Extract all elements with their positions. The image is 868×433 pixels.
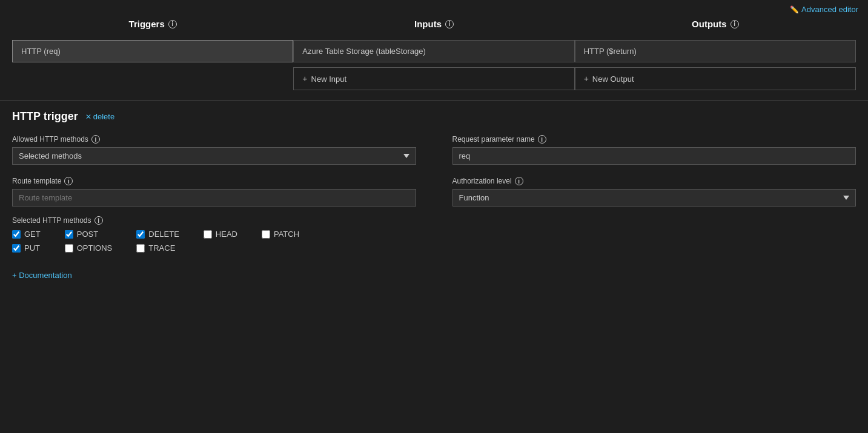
route-template-label: Route template i [12,177,416,185]
detail-section: HTTP trigger ✕ delete Allowed HTTP metho… [0,110,868,280]
outputs-info-icon[interactable]: i [731,20,739,28]
method-delete[interactable]: DELETE [136,230,179,239]
method-patch-label: PATCH [274,230,299,239]
input-table-storage[interactable]: Azure Table Storage (tableStorage) [293,40,574,62]
method-patch[interactable]: PATCH [262,230,299,239]
new-output-button[interactable]: + New Output [575,67,856,90]
auth-level-select[interactable]: Anonymous Function Admin [452,189,856,207]
inputs-column: Inputs i Azure Table Storage (tableStora… [293,19,574,90]
documentation-label: + Documentation [12,271,72,280]
triggers-header: Triggers i [12,19,293,29]
method-put-checkbox[interactable] [12,244,21,253]
request-param-info-icon[interactable]: i [538,135,546,144]
detail-title: HTTP trigger [12,110,78,123]
auth-level-group: Authorization level i Anonymous Function… [452,177,856,207]
form-grid: Allowed HTTP methods i Selected methods … [12,135,856,207]
delete-x-icon: ✕ [85,113,91,121]
triggers-column: Triggers i HTTP (req) [12,19,293,90]
method-put[interactable]: PUT [12,243,41,253]
route-template-info-icon[interactable]: i [64,177,73,185]
methods-grid: GET POST DELETE HEAD PATCH PUT [12,230,299,253]
route-template-label-text: Route template [12,177,61,185]
method-delete-label: DELETE [148,230,179,239]
method-head[interactable]: HEAD [204,230,237,239]
method-trace-label: TRACE [148,243,175,253]
inputs-header: Inputs i [293,19,574,29]
method-put-label: PUT [24,243,40,253]
edit-icon: ✏️ [790,5,799,14]
trigger-http-req[interactable]: HTTP (req) [12,40,293,62]
outputs-label: Outputs [692,19,727,29]
request-param-label: Request parameter name i [452,135,856,144]
method-trace[interactable]: TRACE [136,243,179,253]
auth-level-label: Authorization level i [452,177,856,185]
advanced-editor-label: Advanced editor [801,5,858,14]
advanced-editor-link[interactable]: ✏️ Advanced editor [790,5,858,14]
auth-level-label-text: Authorization level [452,177,512,185]
method-options-label: OPTIONS [77,243,113,253]
detail-title-row: HTTP trigger ✕ delete [12,110,856,123]
method-head-checkbox[interactable] [204,230,212,239]
trigger-http-req-label: HTTP (req) [21,47,61,56]
allowed-methods-group: Allowed HTTP methods i Selected methods … [12,135,416,165]
request-param-label-text: Request parameter name [452,135,535,144]
inputs-info-icon[interactable]: i [445,20,454,28]
new-input-label: New Input [311,74,347,84]
method-options[interactable]: OPTIONS [65,243,113,253]
request-param-group: Request parameter name i [452,135,856,165]
triggers-info-icon[interactable]: i [168,20,177,28]
top-bar: ✏️ Advanced editor [0,0,868,19]
auth-level-info-icon[interactable]: i [515,177,523,185]
new-output-label: New Output [592,74,634,84]
method-patch-checkbox[interactable] [262,230,270,239]
bindings-columns: Triggers i HTTP (req) Inputs i Azure Tab… [0,19,868,90]
plus-icon-output: + [584,74,589,84]
selected-methods-info-icon[interactable]: i [94,216,103,225]
outputs-column: Outputs i HTTP ($return) + New Output [575,19,856,90]
triggers-label: Triggers [129,19,165,29]
method-post[interactable]: POST [65,230,113,239]
method-head-label: HEAD [216,230,237,239]
inputs-label: Inputs [414,19,442,29]
selected-methods-label-text: Selected HTTP methods [12,216,91,225]
allowed-methods-label: Allowed HTTP methods i [12,135,416,144]
method-options-checkbox[interactable] [65,244,73,253]
allowed-methods-label-text: Allowed HTTP methods [12,135,88,144]
selected-methods-section: Selected HTTP methods i GET POST DELETE … [12,216,856,253]
method-get-checkbox[interactable] [12,230,21,239]
section-divider [0,100,868,101]
outputs-header: Outputs i [575,19,856,29]
allowed-methods-info-icon[interactable]: i [91,135,100,144]
request-param-input[interactable] [452,147,856,165]
output-http-return[interactable]: HTTP ($return) [575,40,856,62]
new-input-button[interactable]: + New Input [293,67,574,90]
method-post-checkbox[interactable] [65,230,73,239]
selected-methods-label-row: Selected HTTP methods i [12,216,856,225]
documentation-link[interactable]: + Documentation [12,271,856,280]
allowed-methods-select[interactable]: Selected methods All methods [12,147,416,165]
method-post-label: POST [77,230,98,239]
input-table-storage-label: Azure Table Storage (tableStorage) [302,47,426,56]
delete-link[interactable]: ✕ delete [85,112,114,121]
delete-label: delete [93,112,114,121]
method-get-label: GET [24,230,41,239]
method-get[interactable]: GET [12,230,41,239]
output-http-return-label: HTTP ($return) [584,47,637,56]
route-template-group: Route template i [12,177,416,207]
route-template-input[interactable] [12,189,416,207]
method-delete-checkbox[interactable] [136,230,145,239]
method-trace-checkbox[interactable] [136,244,145,253]
plus-icon-input: + [302,74,307,84]
